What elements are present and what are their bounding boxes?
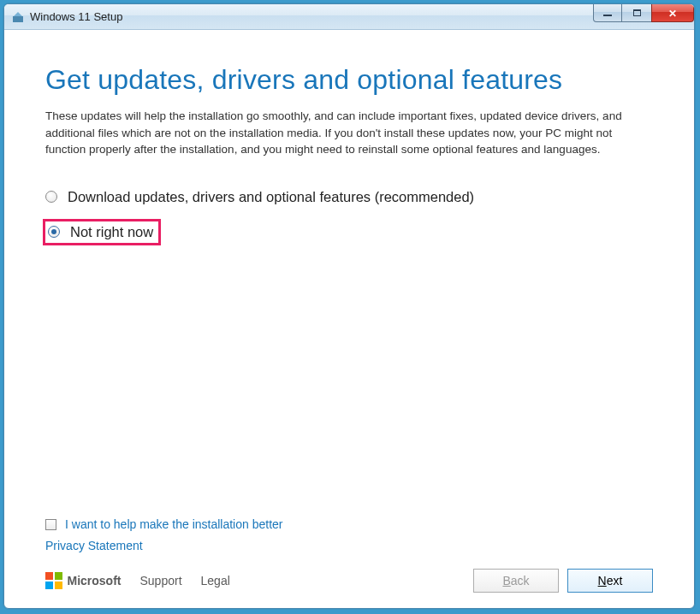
nav-buttons: Back Next — [473, 569, 653, 593]
microsoft-logo-text: Microsoft — [68, 574, 122, 587]
content-area: Get updates, drivers and optional featur… — [4, 30, 694, 245]
footer-row: Microsoft Support Legal Back Next — [45, 569, 653, 593]
maximize-icon — [633, 9, 641, 16]
svg-rect-0 — [13, 16, 23, 22]
highlight-annotation: Not right now — [43, 219, 161, 245]
help-improve-label: I want to help make the installation bet… — [65, 517, 282, 531]
update-options-group: Download updates, drivers and optional f… — [45, 189, 653, 245]
radio-icon — [45, 191, 57, 203]
help-improve-checkbox-row[interactable]: I want to help make the installation bet… — [45, 517, 653, 531]
minimize-button[interactable] — [593, 3, 622, 22]
next-button-rest: ext — [607, 574, 623, 587]
back-button-rest: ack — [511, 574, 530, 587]
page-description: These updates will help the installation… — [45, 108, 653, 158]
radio-label: Not right now — [70, 224, 153, 240]
radio-label: Download updates, drivers and optional f… — [68, 189, 474, 205]
page-heading: Get updates, drivers and optional featur… — [45, 64, 653, 96]
support-link[interactable]: Support — [140, 574, 182, 587]
radio-option-not-now[interactable]: Not right now — [45, 219, 653, 245]
setup-window: Windows 11 Setup Get updates, drivers an… — [3, 3, 695, 609]
maximize-button[interactable] — [622, 3, 651, 22]
microsoft-logo-icon — [45, 572, 62, 589]
back-button[interactable]: Back — [473, 569, 559, 593]
close-icon — [668, 6, 677, 20]
app-icon — [11, 10, 25, 24]
checkbox-icon — [45, 519, 56, 530]
radio-option-download[interactable]: Download updates, drivers and optional f… — [45, 189, 653, 205]
close-button[interactable] — [651, 3, 694, 22]
microsoft-logo: Microsoft — [45, 572, 122, 589]
minimize-icon — [603, 15, 612, 16]
window-controls — [593, 3, 694, 22]
next-button[interactable]: Next — [567, 569, 653, 593]
footer-area: I want to help make the installation bet… — [45, 517, 653, 593]
legal-link[interactable]: Legal — [201, 574, 230, 587]
title-bar: Windows 11 Setup — [4, 4, 694, 30]
radio-icon — [48, 226, 60, 238]
privacy-statement-link[interactable]: Privacy Statement — [45, 539, 143, 552]
footer-left: Microsoft Support Legal — [45, 572, 230, 589]
window-title: Windows 11 Setup — [30, 10, 122, 23]
